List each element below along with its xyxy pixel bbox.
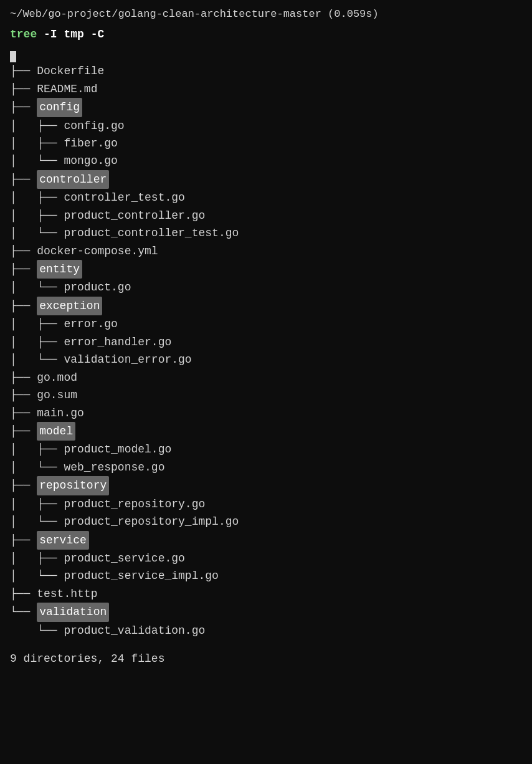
tree-line: ├── entity — [10, 260, 522, 279]
tree-branch: └── — [37, 622, 64, 639]
tree-line: │ └── product_repository_impl.go — [10, 513, 522, 530]
file-name: README.md — [37, 80, 97, 98]
file-name: controller_test.go — [64, 189, 184, 206]
file-name: product_model.go — [64, 441, 171, 458]
tree-branch: └── — [37, 279, 64, 296]
tree-branch: ├── — [10, 369, 37, 386]
tree-line: │ └── product_controller_test.go — [10, 224, 522, 242]
terminal-cursor — [10, 51, 16, 62]
file-name: product_service.go — [64, 550, 184, 567]
tree-branch: ├── — [10, 98, 37, 116]
cursor-line — [10, 51, 522, 62]
file-name: product_repository.go — [64, 495, 205, 513]
file-name: main.go — [37, 404, 84, 422]
tree-line: ├── Dockerfile — [10, 62, 522, 80]
summary-line: 9 directories, 24 files — [10, 651, 522, 668]
file-name: config.go — [64, 117, 124, 135]
tree-line: ├── config — [10, 98, 522, 117]
file-name: docker-compose.yml — [37, 242, 158, 260]
tree-line: │ └── product.go — [10, 279, 522, 296]
tree-line: │ ├── product_repository.go — [10, 495, 522, 513]
tree-branch: └── — [37, 152, 64, 170]
tree-branch: ├── — [37, 315, 64, 333]
tree-container: ├── Dockerfile├── README.md├── config│ ├… — [10, 62, 522, 639]
file-name: product_validation.go — [64, 622, 205, 639]
tree-branch: ├── — [10, 62, 37, 80]
file-name: test.http — [37, 585, 97, 603]
tree-indent: │ — [10, 152, 37, 170]
tree-indent: │ — [10, 279, 37, 296]
tree-line: ├── main.go — [10, 404, 522, 422]
tree-line: ├── exception — [10, 297, 522, 315]
tree-indent: │ — [10, 550, 37, 567]
tree-branch: └── — [37, 459, 64, 476]
file-name: product_service_impl.go — [64, 567, 218, 585]
file-name: go.mod — [37, 369, 77, 386]
terminal-title: ~/Web/go-project/golang-clean-architectu… — [10, 6, 522, 22]
file-name: fiber.go — [64, 135, 117, 152]
file-name: error.go — [64, 315, 117, 333]
tree-line: ├── go.sum — [10, 386, 522, 404]
folder-name: exception — [37, 297, 102, 315]
tree-indent — [10, 622, 37, 639]
folder-name: service — [37, 531, 89, 550]
tree-line: │ ├── product_model.go — [10, 441, 522, 458]
tree-line: │ └── product_service_impl.go — [10, 567, 522, 585]
tree-line: │ ├── error_handler.go — [10, 333, 522, 351]
tree-line: ├── go.mod — [10, 369, 522, 386]
folder-name: controller — [37, 170, 109, 189]
tree-indent: │ — [10, 495, 37, 513]
tree-branch: ├── — [37, 207, 64, 224]
file-name: product_repository_impl.go — [64, 513, 239, 530]
folder-name: entity — [37, 260, 82, 279]
command-line: tree -I tmp -C — [10, 26, 522, 44]
tree-indent: │ — [10, 351, 37, 368]
file-name: error_handler.go — [64, 333, 171, 351]
tree-branch: └── — [37, 224, 64, 242]
cmd-args-text: -I tmp -C — [44, 28, 104, 41]
tree-indent: │ — [10, 207, 37, 224]
tree-indent: │ — [10, 189, 37, 206]
tree-line: ├── docker-compose.yml — [10, 242, 522, 260]
tree-line: │ └── validation_error.go — [10, 351, 522, 368]
tree-line: │ ├── product_service.go — [10, 550, 522, 567]
tree-branch: ├── — [10, 242, 37, 260]
tree-line: │ └── web_response.go — [10, 459, 522, 476]
tree-line: ├── repository — [10, 476, 522, 495]
tree-line: ├── README.md — [10, 80, 522, 98]
tree-branch: ├── — [10, 260, 37, 278]
file-name: validation_error.go — [64, 351, 191, 368]
tree-branch: ├── — [10, 171, 37, 188]
folder-name: model — [37, 422, 75, 441]
tree-line: │ ├── fiber.go — [10, 135, 522, 152]
tree-line: ├── model — [10, 422, 522, 441]
tree-branch: ├── — [37, 495, 64, 513]
folder-name: config — [37, 98, 82, 117]
tree-branch: └── — [37, 567, 64, 585]
tree-branch: ├── — [37, 441, 64, 458]
tree-branch: ├── — [10, 423, 37, 440]
tree-line: ├── service — [10, 531, 522, 550]
tree-branch: └── — [37, 351, 64, 368]
file-name: product_controller_test.go — [64, 224, 239, 242]
tree-line: └── validation — [10, 603, 522, 621]
folder-name: repository — [37, 476, 109, 495]
cmd-tree: tree — [10, 28, 37, 41]
tree-indent: │ — [10, 441, 37, 458]
tree-branch: └── — [10, 603, 37, 621]
tree-line: │ ├── error.go — [10, 315, 522, 333]
tree-indent: │ — [10, 459, 37, 476]
tree-indent: │ — [10, 135, 37, 152]
tree-line: └── product_validation.go — [10, 622, 522, 639]
tree-branch: ├── — [10, 80, 37, 98]
tree-line: ├── test.http — [10, 585, 522, 603]
terminal-window: ~/Web/go-project/golang-clean-architectu… — [10, 6, 522, 668]
tree-output: ├── Dockerfile├── README.md├── config│ ├… — [10, 51, 522, 639]
tree-line: │ ├── product_controller.go — [10, 207, 522, 224]
tree-indent: │ — [10, 333, 37, 351]
tree-indent: │ — [10, 224, 37, 242]
tree-line: │ ├── controller_test.go — [10, 189, 522, 206]
tree-branch: ├── — [37, 117, 64, 135]
tree-branch: ├── — [37, 189, 64, 206]
tree-branch: ├── — [37, 550, 64, 567]
